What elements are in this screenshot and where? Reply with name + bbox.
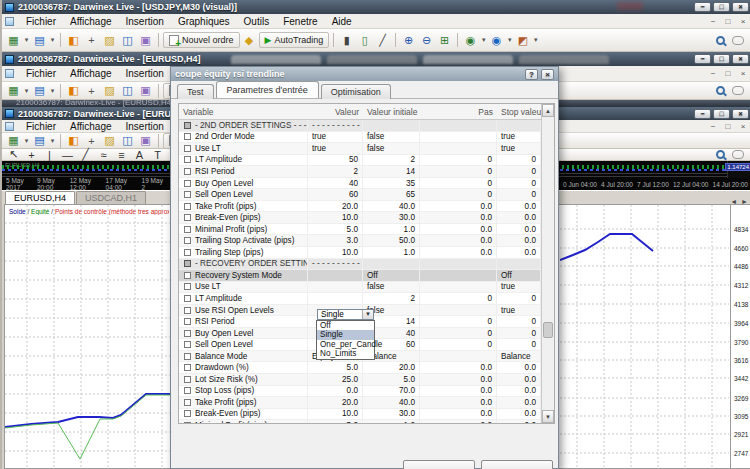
param-checkbox[interactable] — [184, 364, 191, 371]
param-checkbox[interactable] — [184, 295, 191, 302]
crosshair-icon[interactable]: + — [83, 33, 100, 48]
templates-icon[interactable]: ▨ — [101, 83, 118, 98]
dialog-tab-test[interactable]: Test — [177, 84, 214, 99]
menu-item-fichier[interactable]: Fichier — [19, 68, 63, 79]
param-checkbox[interactable] — [184, 122, 191, 129]
autotrading-button[interactable]: ▶AutoTrading — [259, 32, 330, 48]
dropdown-caret-icon[interactable]: ▾ — [23, 33, 30, 48]
param-checkbox[interactable] — [184, 145, 191, 152]
param-row[interactable]: Drawdown (%)5.020.00.00.0 — [179, 362, 554, 374]
templates-icon[interactable]: ▨ — [101, 33, 118, 48]
recovery-system-mode-combobox[interactable]: Single ▼ — [317, 309, 374, 320]
dialog-titlebar[interactable]: coupe équity rsi trendline ? × — [171, 67, 558, 81]
search-icon[interactable] — [716, 150, 725, 159]
menu-item-insertion[interactable]: Insertion — [119, 121, 171, 132]
trendline-icon[interactable]: ╱ — [77, 147, 94, 162]
param-row[interactable]: Break-Even (pips)10.030.00.00.0 — [179, 409, 554, 421]
close-icon[interactable]: × — [732, 109, 749, 119]
dialog-tab-parametres-d-entr-e[interactable]: Parametres d'entrée — [216, 81, 319, 98]
param-row[interactable]: Trailing Step (pips)10.01.00.00.0 — [179, 247, 554, 259]
crosshair-icon[interactable]: + — [83, 133, 100, 148]
dialog-tab-optimisation[interactable]: Optimisation — [321, 84, 391, 99]
menu-item-aide[interactable]: Aide — [325, 16, 359, 27]
param-checkbox[interactable] — [184, 422, 191, 424]
param-row[interactable]: Trailing Stop Activate (pips)3.050.00.00… — [179, 235, 554, 247]
param-checkbox[interactable] — [184, 272, 191, 279]
menu-item-insertion[interactable]: Insertion — [119, 68, 171, 79]
mdi-close-icon[interactable]: × — [738, 69, 748, 78]
new-chart-icon[interactable]: ▦ — [5, 83, 22, 98]
param-checkbox[interactable] — [184, 353, 191, 360]
param-checkbox[interactable] — [184, 156, 191, 163]
dropdown-caret-icon[interactable]: ▾ — [506, 33, 513, 48]
param-row[interactable]: - 2ND ORDER SETTINGS - - - - - -- - - - … — [179, 120, 554, 132]
dropdown-option-no_limits[interactable]: No_Limits — [317, 349, 374, 359]
scroll-up-icon[interactable]: ▲ — [542, 104, 554, 117]
minimize-icon[interactable]: − — [694, 54, 711, 64]
minimize-icon[interactable]: − — [694, 2, 711, 12]
mdi-minimize-icon[interactable]: − — [708, 122, 718, 131]
menu-item-graphiques[interactable]: Graphiques — [171, 16, 237, 27]
dropdown-caret-icon[interactable]: ▾ — [49, 33, 56, 48]
strategy-tester-icon[interactable]: ▣ — [137, 33, 154, 48]
crosshair-icon[interactable]: + — [83, 83, 100, 98]
param-checkbox[interactable] — [184, 410, 191, 417]
search-icon[interactable] — [716, 86, 725, 95]
menu-item-affichage[interactable]: Affichage — [63, 68, 119, 79]
param-checkbox[interactable] — [184, 318, 191, 325]
fibonacci-icon[interactable]: ≡ — [113, 147, 130, 162]
param-row[interactable]: Lot Size Risk (%)25.05.00.00.0 — [179, 374, 554, 386]
cursor-icon[interactable]: ↖ — [5, 147, 22, 162]
new-chart-icon[interactable]: ▦ — [5, 133, 22, 148]
dropdown-caret-icon[interactable]: ▾ — [49, 133, 56, 148]
mdi-restore-icon[interactable]: □ — [723, 69, 733, 78]
label-tool-icon[interactable]: T — [149, 147, 166, 162]
param-checkbox[interactable] — [184, 260, 191, 267]
param-row[interactable]: 2nd Order Modetruefalsetrue — [179, 132, 554, 144]
chat-icon[interactable] — [732, 150, 744, 159]
menu-item-affichage[interactable]: Affichage — [63, 16, 119, 27]
param-checkbox[interactable] — [184, 330, 191, 337]
param-checkbox[interactable] — [184, 237, 191, 244]
param-checkbox[interactable] — [184, 214, 191, 221]
param-checkbox[interactable] — [184, 283, 191, 290]
data-window-icon[interactable]: ◫ — [119, 133, 136, 148]
mdi-close-icon[interactable]: × — [738, 122, 748, 131]
periods-icon[interactable]: ◉ — [488, 33, 505, 48]
mdi-minimize-icon[interactable]: − — [708, 69, 718, 78]
zoom-in-icon[interactable]: ⊕ — [400, 33, 417, 48]
param-checkbox[interactable] — [184, 249, 191, 256]
param-checkbox[interactable] — [184, 399, 191, 406]
param-checkbox[interactable] — [184, 133, 191, 140]
param-row[interactable]: LT Amplitude50200 — [179, 155, 554, 167]
param-row[interactable]: Recovery System ModeOffOff — [179, 270, 554, 282]
horizontal-line-icon[interactable]: — — [59, 147, 76, 162]
close-icon[interactable]: × — [732, 54, 749, 64]
candlestick-icon[interactable]: ▯ — [356, 33, 373, 48]
param-checkbox[interactable] — [184, 168, 191, 175]
menu-item-outils[interactable]: Outils — [237, 16, 277, 27]
param-row[interactable]: Use LTtruefalsetrue — [179, 143, 554, 155]
param-row[interactable]: Stop Loss (pips)0.070.00.00.0 — [179, 386, 554, 398]
param-row[interactable]: Buy Open Level403500 — [179, 178, 554, 190]
search-icon[interactable] — [716, 36, 725, 45]
dropdown-option-off[interactable]: Off — [317, 321, 374, 331]
new-chart-icon[interactable]: ▦ — [5, 33, 22, 48]
data-window-icon[interactable]: ◫ — [119, 33, 136, 48]
text-tool-icon[interactable]: A — [131, 147, 148, 162]
dropdown-option-single[interactable]: Single — [317, 330, 374, 340]
profiles-icon[interactable]: ▤ — [31, 83, 48, 98]
chart-tab-eurusd,h4[interactable]: EURUSD,H4 — [5, 191, 75, 205]
param-row[interactable]: Minimal Profit (pips)5.01.00.00.0 — [179, 420, 554, 424]
strategy-tester-icon[interactable]: ▣ — [137, 83, 154, 98]
param-row[interactable]: Break-Even (pips)10.030.00.00.0 — [179, 212, 554, 224]
param-row[interactable]: LT Amplitude200 — [179, 293, 554, 305]
param-row[interactable]: RSI Period21400 — [179, 166, 554, 178]
navigator-icon[interactable]: ◧ — [65, 133, 82, 148]
param-row[interactable]: Take Profit (pips)20.040.00.00.0 — [179, 397, 554, 409]
param-row[interactable]: Take Profit (pips)20.040.00.00.0 — [179, 201, 554, 213]
maximize-icon[interactable]: □ — [713, 2, 730, 12]
equidistant-channel-icon[interactable]: ≈ — [95, 147, 112, 162]
chat-icon[interactable] — [732, 36, 744, 45]
new-order-button[interactable]: Nouvel ordre — [163, 32, 240, 48]
